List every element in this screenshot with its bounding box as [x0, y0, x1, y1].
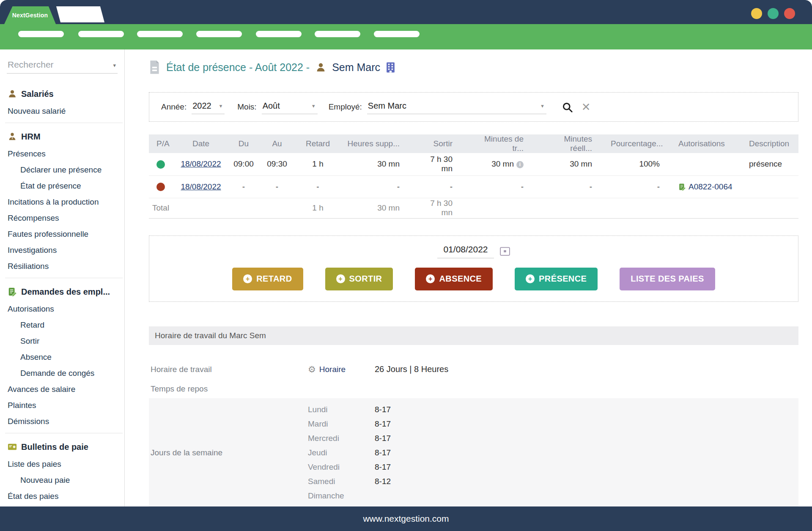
sidebar-item-declarer-presence[interactable]: Déclarer une présence — [0, 162, 124, 178]
work-schedule-label: Horaire de travail — [149, 365, 308, 374]
day-name: Jeudi — [308, 446, 375, 460]
col-pourcentage: Pourcentage... — [611, 134, 678, 153]
sidebar-section-bulletins[interactable]: Bulletins de paie — [0, 438, 124, 456]
sidebar-item-avances[interactable]: Avances de salaire — [0, 381, 124, 397]
cell-heures-supp: 30 mn — [342, 153, 418, 175]
add-absence-button[interactable]: + ABSENCE — [415, 268, 493, 290]
sidebar-item-resiliations[interactable]: Résiliations — [0, 258, 124, 274]
day-hours: 8-17 — [375, 460, 798, 474]
divider — [5, 433, 123, 433]
search-input[interactable] — [7, 58, 118, 74]
date-link[interactable]: 18/08/2022 — [181, 182, 221, 191]
nav-pill[interactable] — [374, 31, 420, 37]
payroll-icon — [8, 443, 17, 451]
section-label: Bulletins de paie — [21, 442, 88, 452]
cell-pourcentage: 100% — [611, 153, 678, 175]
employee-select[interactable]: Sem Marc ▾ — [367, 100, 546, 114]
cell-du: 09:00 — [227, 153, 261, 175]
day-hours: 8-17 — [375, 402, 798, 417]
chevron-down-icon[interactable]: ▾ — [113, 62, 116, 68]
cell-autorisations — [678, 153, 748, 175]
col-sortir: Sortir — [418, 134, 471, 153]
sidebar-item-fautes[interactable]: Fautes professionnelle — [0, 226, 124, 242]
month-select[interactable]: Août ▾ — [262, 100, 318, 114]
sidebar-item-etat-presence[interactable]: État de présence — [0, 178, 124, 194]
schedule-summary: 26 Jours | 8 Heures — [375, 364, 798, 374]
nav-pill[interactable] — [315, 31, 360, 37]
sidebar-item-presences[interactable]: Présences — [0, 146, 124, 162]
day-hours: 8-17 — [375, 446, 798, 460]
sidebar-item-nouveau-salarie[interactable]: Nouveau salarié — [0, 103, 124, 119]
add-sortir-button[interactable]: + SORTIR — [325, 268, 393, 290]
date-input[interactable]: 01/08/2022 — [437, 244, 494, 258]
sidebar-item-liste-paies[interactable]: Liste des paies — [0, 456, 124, 472]
authorization-link[interactable]: A0822-0064 — [689, 182, 732, 192]
add-retard-button[interactable]: + RETARD — [232, 268, 303, 290]
nav-pill[interactable] — [18, 31, 64, 37]
total-sortir: 7 h 30 mn — [418, 198, 471, 218]
sidebar-section-demandes[interactable]: Demandes des empl... — [0, 282, 124, 301]
cell-au: 09:30 — [261, 153, 294, 175]
sidebar-item-investigations[interactable]: Investigations — [0, 242, 124, 258]
building-icon[interactable] — [386, 62, 395, 73]
cell-sortir: 7 h 30 mn — [418, 153, 471, 175]
section-label: Salariés — [21, 89, 54, 99]
sidebar-item-demissions[interactable]: Démissions — [0, 413, 124, 430]
sidebar-item-absence[interactable]: Absence — [0, 349, 124, 365]
add-presence-button[interactable]: + PRÉSENCE — [515, 268, 598, 290]
sidebar-item-incitations[interactable]: Incitations à la production — [0, 194, 124, 210]
day-name: Vendredi — [308, 460, 375, 474]
sidebar-item-retard[interactable]: Retard — [0, 317, 124, 333]
week-days-block: Jours de la semaine Lundi 8-17 Mardi 8-1… — [149, 398, 798, 507]
sidebar-section-salaries[interactable]: Salariés — [0, 85, 124, 103]
brand-tab[interactable]: NextGestion — [4, 6, 56, 24]
presence-status-dot — [156, 160, 165, 169]
user-icon — [315, 62, 326, 73]
table-row: 18/08/2022 09:00 09:30 1 h 30 mn 7 h 30 … — [149, 153, 798, 175]
liste-des-paies-button[interactable]: LISTE DES PAIES — [620, 268, 715, 290]
nav-pill[interactable] — [78, 31, 124, 37]
sidebar-item-nouveau-paie[interactable]: Nouveau paie — [0, 472, 124, 488]
sidebar-item-autorisations[interactable]: Autorisations — [0, 301, 124, 317]
footer-url: www.nextgestion.com — [363, 514, 449, 524]
sidebar-item-recompenses[interactable]: Récompenses — [0, 210, 124, 226]
action-panel: 01/08/2022 + RETARD + SORTIR + ABSENCE — [149, 235, 798, 302]
day-hours: 8-12 — [375, 474, 798, 489]
close-button[interactable] — [784, 8, 795, 19]
nav-pill[interactable] — [137, 31, 183, 37]
search-button[interactable] — [562, 101, 573, 113]
date-link[interactable]: 18/08/2022 — [181, 159, 221, 168]
page-title: État de présence - Août 2022 - — [166, 61, 310, 74]
maximize-button[interactable] — [768, 8, 779, 19]
sidebar-search: ▾ — [7, 58, 118, 74]
sidebar-item-demande-conges[interactable]: Demande de congés — [0, 365, 124, 381]
plus-icon: + — [526, 274, 535, 283]
cell-minutes-reelles: 30 mn — [542, 153, 611, 175]
calendar-icon[interactable] — [500, 246, 510, 256]
nav-pill[interactable] — [196, 31, 242, 37]
sidebar-item-etat-paies[interactable]: État des paies — [0, 488, 124, 504]
clear-filter-icon[interactable]: ✕ — [582, 101, 591, 114]
cell-retard: - — [294, 175, 342, 198]
sidebar-section-hrm[interactable]: HRM — [0, 127, 124, 146]
employee-name: Sem Marc — [332, 61, 380, 74]
day-name: Mardi — [308, 417, 375, 431]
col-minutes-reelles: Minutes réell... — [542, 134, 611, 153]
request-doc-icon — [8, 287, 17, 296]
minimize-button[interactable] — [751, 8, 762, 19]
cell-retard: 1 h — [294, 153, 342, 175]
main-content: État de présence - Août 2022 - Sem Marc … — [125, 49, 812, 506]
horaire-link[interactable]: Horaire — [319, 365, 346, 374]
nav-pill[interactable] — [256, 31, 302, 37]
year-select[interactable]: 2022 ▾ — [192, 100, 225, 114]
sidebar-item-sortir[interactable]: Sortir — [0, 333, 124, 349]
authorization-doc-icon — [678, 183, 686, 191]
inactive-tab[interactable] — [56, 6, 104, 22]
table-header-row: P/A Date Du Au Retard Heures supp... Sor… — [149, 134, 798, 153]
info-icon[interactable]: i — [516, 161, 524, 168]
cell-du: - — [227, 175, 261, 198]
gear-icon: ⚙ — [308, 364, 316, 375]
plus-icon: + — [336, 274, 345, 283]
col-au: Au — [261, 134, 294, 153]
sidebar-item-plaintes[interactable]: Plaintes — [0, 397, 124, 413]
